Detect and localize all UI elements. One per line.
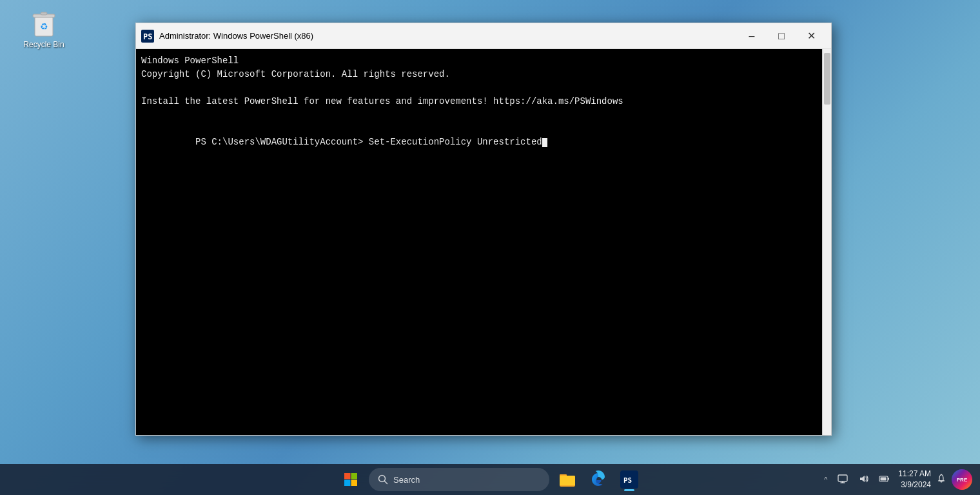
taskbar: Search <box>0 464 980 495</box>
recycle-bin[interactable]: ♻ Recycle Bin <box>18 6 70 49</box>
svg-text:♻: ♻ <box>40 21 48 32</box>
powershell-taskbar-icon: PS <box>620 470 638 489</box>
scrollbar-thumb[interactable] <box>824 53 830 105</box>
windows-insider-icon[interactable]: PRE <box>952 469 972 490</box>
taskbar-app-file-explorer[interactable] <box>554 467 580 492</box>
taskbar-right: ^ <box>821 469 972 490</box>
maximize-button[interactable]: □ <box>767 26 796 46</box>
powershell-window: PS Administrator: Windows PowerShell (x8… <box>135 23 832 436</box>
powershell-terminal[interactable]: Windows PowerShell Copyright (C) Microso… <box>136 49 822 435</box>
svg-text:PS: PS <box>143 32 152 41</box>
svg-rect-18 <box>838 475 847 481</box>
display-tray-icon[interactable] <box>835 472 850 487</box>
svg-rect-2 <box>41 12 47 15</box>
search-bar[interactable]: Search <box>369 468 549 491</box>
ps-output-line3 <box>141 81 817 95</box>
titlebar-buttons: – □ ✕ <box>737 26 826 46</box>
edge-icon <box>589 470 607 489</box>
battery-tray-icon[interactable] <box>876 472 893 487</box>
svg-rect-15 <box>560 477 575 485</box>
taskbar-app-edge[interactable] <box>585 467 611 492</box>
ps-output-line4: Install the latest PowerShell for new fe… <box>141 95 817 108</box>
recycle-bin-label: Recycle Bin <box>23 40 64 49</box>
tray-expand-button[interactable]: ^ <box>821 473 830 486</box>
powershell-titlebar: PS Administrator: Windows PowerShell (x8… <box>136 23 831 49</box>
powershell-title-icon: PS <box>141 30 154 43</box>
search-bar-text: Search <box>393 475 420 485</box>
clock-date: 3/9/2024 <box>898 480 931 490</box>
windows-logo-icon <box>344 472 358 487</box>
svg-rect-6 <box>344 473 351 480</box>
recycle-bin-icon: ♻ <box>28 6 59 37</box>
svg-line-11 <box>385 481 387 484</box>
minimize-button[interactable]: – <box>737 26 767 46</box>
file-explorer-icon <box>558 470 576 489</box>
ps-output-line1: Windows PowerShell <box>141 54 817 68</box>
powershell-scrollbar[interactable] <box>822 49 831 435</box>
taskbar-center: Search <box>338 467 642 492</box>
system-clock[interactable]: 11:27 AM 3/9/2024 <box>898 469 931 490</box>
ps-output-line2: Copyright (C) Microsoft Corporation. All… <box>141 68 817 81</box>
insider-label: PRE <box>957 477 967 483</box>
volume-tray-icon[interactable] <box>856 472 871 487</box>
svg-rect-9 <box>351 480 358 487</box>
powershell-title-text: Administrator: Windows PowerShell (x86) <box>159 31 737 41</box>
svg-rect-7 <box>351 473 358 480</box>
ps-cursor <box>542 138 547 147</box>
close-button[interactable]: ✕ <box>796 26 826 46</box>
desktop: ♻ Recycle Bin PS Administrator: Windows … <box>0 0 980 495</box>
svg-rect-22 <box>881 477 887 480</box>
taskbar-app-powershell[interactable]: PS <box>616 467 642 492</box>
notification-bell-icon[interactable] <box>936 473 946 486</box>
ps-output-line5 <box>141 108 817 122</box>
ps-prompt-line: PS C:\Users\WDAGUtilityAccount> Set-Exec… <box>141 122 817 163</box>
clock-time: 11:27 AM <box>898 469 931 480</box>
svg-rect-23 <box>888 478 889 480</box>
search-icon <box>378 474 388 485</box>
svg-text:PS: PS <box>623 476 632 485</box>
start-button[interactable] <box>338 467 364 492</box>
svg-rect-8 <box>344 480 351 487</box>
